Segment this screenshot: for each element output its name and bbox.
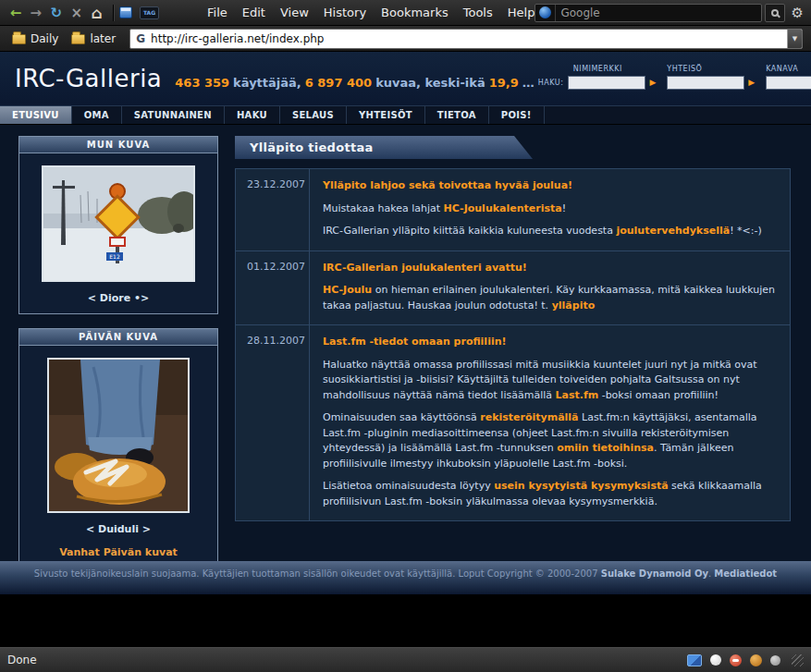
news-paragraph: Last.fm -tiedot omaan profiiliin! <box>323 335 777 350</box>
main-content: Ylläpito tiedottaa 23.12.2007 Ylläpito l… <box>235 136 791 561</box>
nickname-label: NIMIMERKKI <box>573 65 657 73</box>
news-text: ! <box>562 202 566 214</box>
admin-news-title: Ylläpito tiedottaa <box>235 136 533 159</box>
bookmark-later[interactable]: later <box>65 31 122 47</box>
news-item: 23.12.2007 Ylläpito lahjoo sekä toivotta… <box>236 169 790 250</box>
news-link[interactable]: rekisteröitymällä <box>480 411 578 423</box>
tab-haku[interactable]: HAKU <box>225 106 280 124</box>
menu-file[interactable]: File <box>207 6 227 19</box>
site-header: IRC-Galleria 463 359käyttäjää,6 897 400k… <box>0 52 811 105</box>
site-navigation: ETUSIVU OMA SATUNNAINEN HAKU SELAUS YHTE… <box>0 105 811 125</box>
news-link[interactable]: joulutervehdyksellä <box>616 225 730 237</box>
site-footer: Sivusto tekijänoikeuslain suojaama. Käyt… <box>0 561 811 594</box>
sidebar: MUN KUVA <box>18 136 218 561</box>
tray-display-icon[interactable] <box>687 654 702 666</box>
stats-users-count: 463 359 <box>175 76 229 90</box>
bookmark-label: Daily <box>31 32 58 45</box>
news-link[interactable]: omiin tietoihinsa <box>557 442 654 454</box>
tray-messenger-icon[interactable] <box>730 654 742 666</box>
news-link[interactable]: Last.fm -tiedot omaan profiiliin! <box>323 336 507 348</box>
news-paragraphs: IRC-Gallerian joulukalenteri avattu!HC-J… <box>310 251 790 325</box>
magnifier-icon <box>771 9 779 17</box>
news-link[interactable]: HC-Joulukalenterista <box>444 202 562 214</box>
search-engine-icon[interactable] <box>535 5 556 21</box>
community-label: YHTEISÖ <box>667 65 755 73</box>
url-input[interactable] <box>151 32 787 45</box>
my-photo-image[interactable]: E12 <box>42 165 195 282</box>
tab-selaus[interactable]: SELAUS <box>280 106 347 124</box>
extension-tag-icon[interactable]: TAG <box>140 6 159 19</box>
news-text: ! *<:-) <box>730 225 762 237</box>
site-logo[interactable]: IRC-Galleria <box>15 65 162 92</box>
browser-search-bar <box>535 4 762 22</box>
extension-window-icon[interactable] <box>119 6 132 18</box>
search-go-button[interactable] <box>765 4 784 22</box>
status-bar: Done <box>0 647 811 672</box>
winter-road-sign-photo: E12 <box>43 167 193 280</box>
news-link[interactable]: IRC-Gallerian joulukalenteri avattu! <box>323 262 527 274</box>
url-bar: G ▼ <box>129 29 803 49</box>
tab-pois[interactable]: POIS! <box>489 106 545 124</box>
news-link[interactable]: Ylläpito lahjoo sekä toivottaa hyvää jou… <box>323 179 572 191</box>
footer-media-link[interactable]: Mediatiedot <box>714 568 777 579</box>
page-viewport: IRC-Galleria 463 359käyttäjää,6 897 400k… <box>0 52 811 647</box>
community-search-go-icon[interactable]: ▶ <box>748 78 755 87</box>
site-body: MUN KUVA <box>0 125 811 561</box>
news-paragraph: Ominaisuuden saa käyttöönsä rekisteröity… <box>323 410 777 471</box>
news-link[interactable]: ylläpito <box>552 299 596 312</box>
bookmark-daily[interactable]: Daily <box>6 31 65 47</box>
menu-history[interactable]: History <box>324 6 366 19</box>
news-list: 23.12.2007 Ylläpito lahjoo sekä toivotta… <box>235 168 791 521</box>
stats-photos-count: 6 897 400 <box>305 76 372 90</box>
menu-help[interactable]: Help <box>508 6 535 19</box>
news-paragraph: Lisätietoa ominaisuudesta löytyy usein k… <box>323 479 777 509</box>
news-text: Muistakaa hakea lahjat <box>323 202 444 214</box>
stop-button[interactable]: × <box>67 3 87 23</box>
news-text: -boksi omaan profiiliin! <box>598 389 719 401</box>
browser-search-input[interactable] <box>556 6 761 19</box>
tab-yhteisot[interactable]: YHTEISÖT <box>347 106 425 124</box>
nickname-search-input[interactable] <box>568 76 645 90</box>
resize-grip[interactable] <box>792 654 804 666</box>
menu-bookmarks[interactable]: Bookmarks <box>381 6 449 19</box>
news-link[interactable]: usein kysytyistä kysymyksistä <box>494 480 668 492</box>
reload-button[interactable]: ↻ <box>46 3 67 23</box>
back-button[interactable]: ← <box>6 3 26 23</box>
photo-of-day-image[interactable] <box>47 358 190 513</box>
header-search-area: NIMIMERKKI HAKU: ▶ YHTEISÖ ▶ <box>538 65 811 90</box>
browser-window: ← → ↻ × ⌂ TAG File Edit View History Boo… <box>0 0 811 672</box>
news-item: 01.12.2007 IRC-Gallerian joulukalenteri … <box>236 250 790 325</box>
tab-tietoa[interactable]: TIETOA <box>425 106 489 124</box>
irc-galleria-page: IRC-Galleria 463 359käyttäjää,6 897 400k… <box>0 52 811 594</box>
my-photo-caption[interactable]: < Diore •> <box>19 292 217 304</box>
old-photos-of-day-link[interactable]: Vanhat Päivän kuvat <box>19 546 217 558</box>
news-paragraph: IRC-Gallerian ylläpito kiittää kaikkia k… <box>323 224 777 239</box>
tray-misc-icon[interactable] <box>770 655 780 666</box>
home-button[interactable]: ⌂ <box>87 3 107 23</box>
nickname-search-go-icon[interactable]: ▶ <box>649 78 656 87</box>
stats-photos-label: kuvaa, keski-ikä <box>375 76 485 90</box>
tray-status-icon[interactable] <box>710 654 721 666</box>
url-dropdown-button[interactable]: ▼ <box>787 30 802 48</box>
tray-update-icon[interactable] <box>750 654 762 666</box>
channel-search-input[interactable] <box>766 76 811 90</box>
news-paragraph: Haluatko näyttää omassa profiilissasi mi… <box>323 358 777 404</box>
news-paragraphs: Last.fm -tiedot omaan profiiliin!Haluatk… <box>310 325 790 520</box>
settings-gear-icon[interactable]: ⚙ <box>792 5 804 21</box>
news-link[interactable]: Last.fm <box>556 389 599 401</box>
tab-oma[interactable]: OMA <box>72 106 122 124</box>
photo-of-day-caption[interactable]: < Duiduli > <box>19 523 217 535</box>
news-text: on hieman erilainen joulukalenteri. Käy … <box>323 284 775 312</box>
tab-etusivu[interactable]: ETUSIVU <box>0 106 72 124</box>
menu-tools[interactable]: Tools <box>463 6 493 19</box>
forward-button[interactable]: → <box>26 3 46 23</box>
news-link[interactable]: HC-Joulu <box>323 284 372 296</box>
community-search-input[interactable] <box>667 76 744 90</box>
tab-satunnainen[interactable]: SATUNNAINEN <box>122 106 225 124</box>
menu-view[interactable]: View <box>280 6 309 19</box>
menu-bar: File Edit View History Bookmarks Tools H… <box>207 6 535 19</box>
folder-icon <box>12 34 26 44</box>
menu-edit[interactable]: Edit <box>242 6 265 19</box>
stats-suffix: … <box>522 76 535 90</box>
news-date: 01.12.2007 <box>236 251 310 325</box>
